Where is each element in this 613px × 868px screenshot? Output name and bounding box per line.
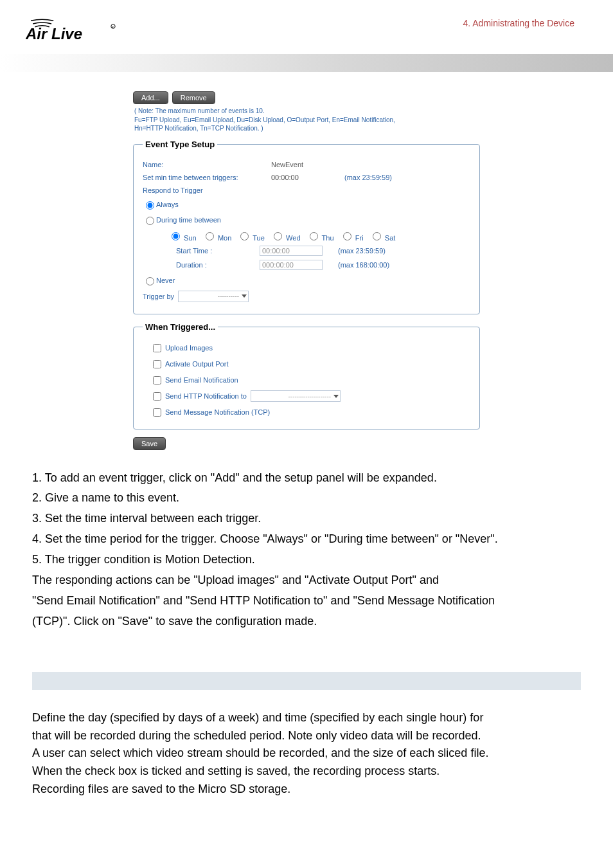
start-time-max: (max 23:59:59) xyxy=(338,247,386,255)
event-type-legend: Event Type Setup xyxy=(143,140,217,149)
never-label: Never xyxy=(156,276,175,284)
activate-output-checkbox[interactable] xyxy=(153,360,161,368)
trigger-by-value: ---------- xyxy=(218,293,239,300)
day-sat-radio[interactable] xyxy=(373,232,381,240)
day-tue: Tue xyxy=(253,234,265,242)
send-tcp-checkbox[interactable] xyxy=(153,408,161,417)
section-bar xyxy=(32,672,581,690)
days-row: Sun Mon Tue Wed Thu Fri Sat xyxy=(168,230,470,242)
header-gradient-bar xyxy=(0,54,613,72)
instr-line-7: "Send Email Notification" and "Send HTTP… xyxy=(32,592,574,610)
never-radio[interactable] xyxy=(146,277,154,285)
day-wed-radio[interactable] xyxy=(274,232,282,240)
lower-line-5: Recording files are saved to the Micro S… xyxy=(32,781,578,799)
duration-label: Duration : xyxy=(176,261,260,269)
day-sat: Sat xyxy=(385,234,396,242)
instr-line-3: 3. Set the time interval between each tr… xyxy=(32,510,574,528)
remove-button[interactable]: Remove xyxy=(172,91,215,104)
trigger-by-label: Trigger by xyxy=(143,293,174,300)
when-triggered-legend: When Triggered... xyxy=(143,322,218,332)
note-line-2: Fu=FTP Upload, Eu=Email Upload, Du=Disk … xyxy=(134,116,395,123)
day-fri: Fri xyxy=(355,234,364,242)
instructions-block: 1. To add an event trigger, click on "Ad… xyxy=(0,469,613,653)
note-text: ( Note: The maximum number of events is … xyxy=(134,107,480,133)
send-http-checkbox[interactable] xyxy=(153,392,161,401)
send-http-label: Send HTTP Notification to xyxy=(165,392,247,400)
send-email-label: Send Email Notification xyxy=(165,376,238,384)
day-mon-radio[interactable] xyxy=(206,232,214,240)
instr-line-2: 2. Give a name to this event. xyxy=(32,489,574,507)
day-thu-radio[interactable] xyxy=(310,232,318,240)
duration-input[interactable] xyxy=(260,260,323,270)
http-target-select[interactable]: -------------------- xyxy=(251,390,341,402)
instr-line-1: 1. To add an event trigger, click on "Ad… xyxy=(32,469,574,487)
during-radio[interactable] xyxy=(146,217,154,225)
lower-line-2: that will be recorded during the schedul… xyxy=(32,727,578,745)
add-button[interactable]: Add... xyxy=(133,91,168,104)
svg-text:Air Live: Air Live xyxy=(26,25,82,42)
chevron-down-icon xyxy=(242,294,247,298)
day-tue-radio[interactable] xyxy=(240,232,249,240)
day-thu: Thu xyxy=(322,234,334,242)
day-sun: Sun xyxy=(184,234,197,242)
always-radio[interactable] xyxy=(146,201,154,210)
day-sun-radio[interactable] xyxy=(172,232,180,240)
page-header-text: 4. Administrating the Device xyxy=(129,13,587,28)
during-label: During time between xyxy=(156,216,221,224)
mintime-label: Set min time between triggers: xyxy=(143,174,271,181)
event-type-fieldset: Event Type Setup Name: NewEvent Set min … xyxy=(133,140,480,314)
lower-line-1: Define the day (specified by days of a w… xyxy=(32,709,578,727)
duration-max: (max 168:00:00) xyxy=(338,261,389,269)
save-button[interactable]: Save xyxy=(133,437,166,450)
send-tcp-label: Send Message Notification (TCP) xyxy=(165,408,270,416)
start-time-label: Start Time : xyxy=(176,247,260,255)
mintime-value[interactable]: 00:00:00 xyxy=(271,174,329,181)
send-email-checkbox[interactable] xyxy=(153,376,161,384)
instr-line-8: (TCP)". Click on "Save" to save the conf… xyxy=(32,613,574,631)
activate-output-label: Activate Output Port xyxy=(165,360,228,368)
instr-line-4: 4. Set the time period for the trigger. … xyxy=(32,530,574,548)
start-time-input[interactable] xyxy=(260,246,323,256)
instr-line-5: 5. The trigger condition is Motion Detec… xyxy=(32,551,574,569)
chevron-down-icon xyxy=(333,395,339,398)
upload-images-checkbox[interactable] xyxy=(153,344,161,352)
mintime-max: (max 23:59:59) xyxy=(344,174,392,181)
always-label: Always xyxy=(156,201,179,208)
lower-line-3: A user can select which video stream sho… xyxy=(32,745,578,763)
logo: Air Live R xyxy=(26,13,129,48)
day-mon: Mon xyxy=(218,234,231,242)
day-wed: Wed xyxy=(286,234,300,242)
name-label: Name: xyxy=(143,161,271,168)
name-value[interactable]: NewEvent xyxy=(271,161,329,168)
note-line-3: Hn=HTTP Notification, Tn=TCP Notificatio… xyxy=(134,125,263,132)
upload-images-label: Upload Images xyxy=(165,344,213,352)
instr-line-6: The responding actions can be "Upload im… xyxy=(32,572,574,590)
lower-text-block: Define the day (specified by days of a w… xyxy=(0,709,613,837)
lower-line-4: When the check box is ticked and setting… xyxy=(32,763,578,781)
when-triggered-fieldset: When Triggered... Upload Images Activate… xyxy=(133,322,480,429)
day-fri-radio[interactable] xyxy=(343,232,351,240)
svg-text:R: R xyxy=(112,26,114,29)
trigger-by-select[interactable]: ---------- xyxy=(178,291,249,302)
http-target-value: -------------------- xyxy=(288,393,331,400)
respond-label: Respond to Trigger xyxy=(143,186,203,194)
note-line-1: ( Note: The maximum number of events is … xyxy=(134,107,265,114)
